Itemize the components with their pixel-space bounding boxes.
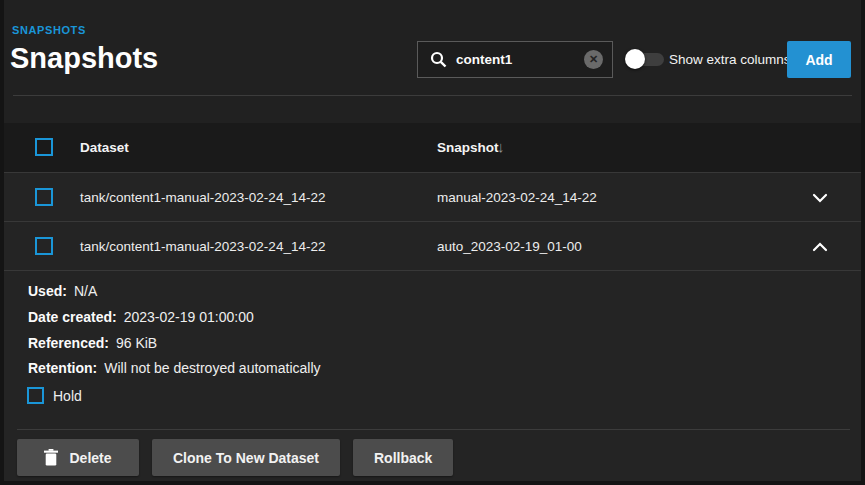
trash-icon <box>44 449 58 466</box>
detail-used: Used:N/A <box>28 283 97 299</box>
column-header-dataset[interactable]: Dataset <box>80 140 129 155</box>
row-checkbox[interactable] <box>35 237 53 255</box>
snapshots-page: SNAPSHOTS Snapshots content1 ✕ Show extr… <box>4 0 861 481</box>
breadcrumb[interactable]: SNAPSHOTS <box>12 24 86 36</box>
detail-value: Will not be destroyed automatically <box>104 360 320 376</box>
chevron-up-icon[interactable] <box>812 242 828 252</box>
detail-label: Date created: <box>28 309 117 325</box>
detail-value: 2023-02-19 01:00:00 <box>124 309 254 325</box>
delete-button-label: Delete <box>69 450 111 466</box>
hold-checkbox[interactable] <box>27 387 44 404</box>
actions-divider <box>17 429 850 430</box>
cell-snapshot: auto_2023-02-19_01-00 <box>437 239 582 254</box>
detail-label: Retention: <box>28 360 97 376</box>
sort-desc-icon[interactable]: ↓ <box>497 138 505 155</box>
cell-dataset: tank/content1-manual-2023-02-24_14-22 <box>80 239 325 254</box>
clone-to-new-dataset-button[interactable]: Clone To New Dataset <box>152 439 340 476</box>
select-all-checkbox[interactable] <box>35 138 53 156</box>
header-divider <box>13 95 852 96</box>
snapshot-details-panel: Used:N/A Date created:2023-02-19 01:00:0… <box>4 270 861 481</box>
cell-dataset: tank/content1-manual-2023-02-24_14-22 <box>80 190 325 205</box>
add-button[interactable]: Add <box>787 41 851 78</box>
detail-value: 96 KiB <box>116 335 157 351</box>
search-input[interactable]: content1 ✕ <box>417 41 613 78</box>
search-value[interactable]: content1 <box>456 52 584 67</box>
search-icon <box>430 51 447 68</box>
row-checkbox[interactable] <box>35 188 53 206</box>
toggle-thumb[interactable] <box>625 49 645 69</box>
detail-retention: Retention:Will not be destroyed automati… <box>28 360 321 376</box>
detail-value: N/A <box>74 283 97 299</box>
actions-row: Delete Clone To New Dataset Rollback <box>17 439 453 476</box>
delete-button[interactable]: Delete <box>17 439 139 476</box>
page-title: Snapshots <box>10 42 158 75</box>
table-row[interactable]: tank/content1-manual-2023-02-24_14-22 ma… <box>4 172 861 221</box>
detail-label: Used: <box>28 283 67 299</box>
table-row[interactable]: tank/content1-manual-2023-02-24_14-22 au… <box>4 221 861 270</box>
detail-referenced: Referenced:96 KiB <box>28 335 157 351</box>
clear-search-icon[interactable]: ✕ <box>584 50 603 69</box>
chevron-down-icon[interactable] <box>812 193 828 203</box>
hold-label: Hold <box>53 388 82 404</box>
detail-label: Referenced: <box>28 335 109 351</box>
show-extra-columns-toggle[interactable] <box>625 48 667 70</box>
rollback-button[interactable]: Rollback <box>353 439 453 476</box>
detail-date-created: Date created:2023-02-19 01:00:00 <box>28 309 254 325</box>
column-header-snapshot[interactable]: Snapshot <box>437 140 499 155</box>
show-extra-columns-label: Show extra columns <box>669 52 791 67</box>
cell-snapshot: manual-2023-02-24_14-22 <box>437 190 597 205</box>
table-header: Dataset Snapshot ↓ <box>4 123 861 172</box>
hold-field: Hold <box>27 387 82 404</box>
